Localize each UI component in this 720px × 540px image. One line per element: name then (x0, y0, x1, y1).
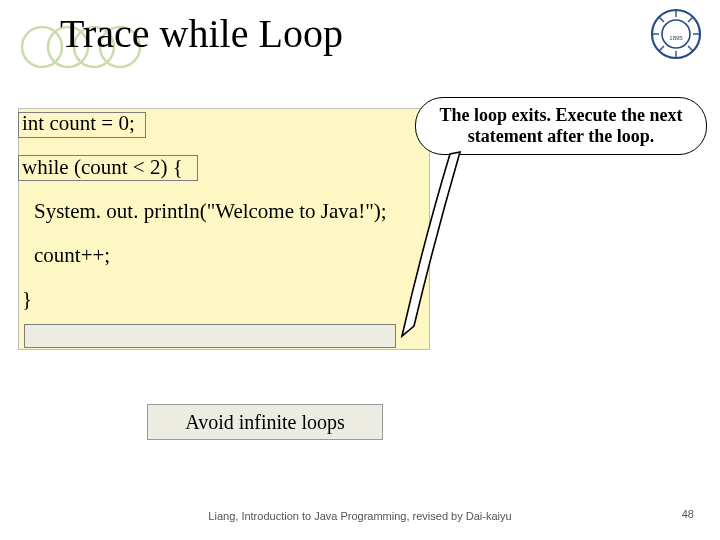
tip-text: Avoid infinite loops (185, 411, 345, 434)
code-block (18, 108, 430, 350)
callout-text: The loop exits. Execute the next stateme… (440, 105, 683, 146)
code-line-1: int count = 0; (22, 111, 135, 136)
tip-box: Avoid infinite loops (147, 404, 383, 440)
svg-text:1895: 1895 (669, 35, 683, 41)
highlight-after-loop (24, 324, 396, 348)
page-number: 48 (682, 508, 694, 520)
slide-title: Trace while Loop (60, 10, 343, 57)
slide: Trace while Loop 1895 int count = 0; whi… (0, 0, 720, 540)
svg-point-5 (662, 20, 690, 48)
svg-point-0 (22, 27, 62, 67)
code-line-2: while (count < 2) { (22, 155, 183, 180)
svg-line-12 (659, 46, 664, 51)
footer-citation: Liang, Introduction to Java Programming,… (0, 510, 720, 522)
code-line-3: System. out. println("Welcome to Java!")… (34, 199, 387, 224)
callout-line-1: The loop exits. Execute the next (440, 105, 683, 125)
svg-line-11 (688, 46, 693, 51)
callout-bubble: The loop exits. Execute the next stateme… (415, 97, 707, 155)
university-logo-icon: 1895 (650, 8, 702, 60)
code-line-4: count++; (34, 243, 110, 268)
svg-line-13 (688, 17, 693, 22)
code-line-5: } (22, 287, 32, 312)
callout-line-2: statement after the loop. (468, 126, 655, 146)
svg-line-10 (659, 17, 664, 22)
